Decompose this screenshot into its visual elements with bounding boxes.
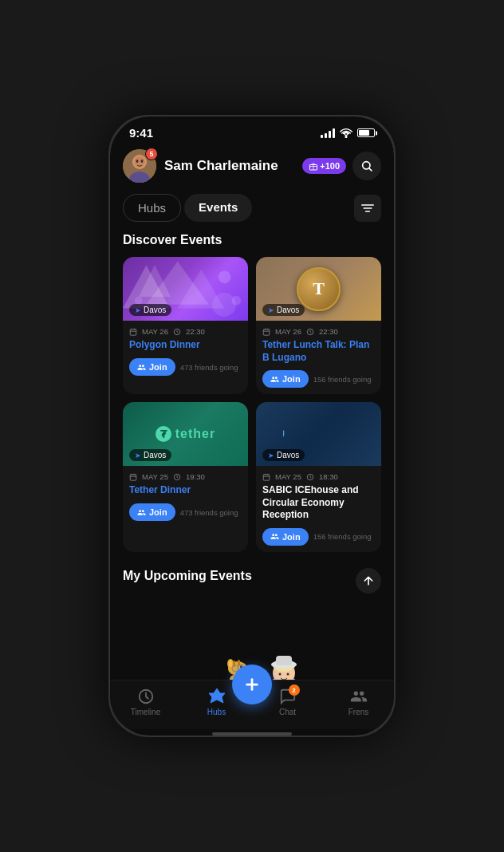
nav-icon-hubs: [207, 687, 226, 706]
home-indicator: [212, 732, 292, 736]
event-details-1: MAY 26 22:30 Polygon Dinner Join 473 fri…: [123, 321, 248, 382]
svg-rect-33: [263, 474, 270, 480]
friends-count-4: 156 friends going: [313, 532, 372, 541]
events-grid: ➤ Davos MAY 26 22:30 Polygon Dinner: [123, 257, 381, 552]
svg-point-3: [134, 156, 145, 168]
phone-frame: 9:41: [108, 115, 396, 737]
upcoming-events-header: My Upcoming Events: [123, 568, 381, 594]
status-time: 9:41: [129, 126, 153, 140]
svg-rect-22: [263, 329, 270, 335]
phone-screen: 9:41: [110, 116, 394, 736]
svg-rect-64: [276, 656, 292, 665]
upcoming-events-title: My Upcoming Events: [123, 569, 252, 583]
event-meta-3: MAY 25 19:30: [129, 472, 242, 481]
status-icons: [321, 128, 375, 138]
wifi-icon: [340, 128, 352, 138]
chat-badge: 2: [289, 684, 300, 696]
event-details-2: MAY 26 22:30 Tether Lunch Talk: Plan B L…: [256, 321, 381, 394]
signal-bars-icon: [321, 128, 335, 138]
tab-hubs[interactable]: Hubs: [123, 194, 181, 222]
event-title-3: Tether Dinner: [129, 484, 242, 497]
nav-item-timeline[interactable]: Timeline: [110, 687, 181, 716]
timeline-icon: [137, 688, 155, 705]
svg-point-61: [279, 673, 282, 675]
event-title-2: Tether Lunch Talk: Plan B Lugano: [262, 339, 375, 364]
event-title-1: Polygon Dinner: [129, 339, 242, 352]
location-arrow-icon-4: ➤: [268, 452, 274, 460]
avatar-container[interactable]: 5: [123, 149, 156, 183]
person-plus-icon-2: [270, 375, 279, 384]
event-card-polygon-dinner[interactable]: ➤ Davos MAY 26 22:30 Polygon Dinner: [123, 257, 248, 394]
notch: [204, 116, 300, 139]
friends-count-2: 156 friends going: [313, 375, 372, 384]
points-badge[interactable]: +100: [302, 158, 346, 174]
battery-icon: [357, 128, 375, 137]
event-image-sabic: سابك ➤ Davos: [256, 402, 381, 466]
location-tag-3: ➤ Davos: [129, 449, 171, 461]
person-plus-icon-1: [137, 363, 146, 372]
calendar-icon-2: [262, 328, 270, 336]
upcoming-events-section: My Upcoming Events: [123, 568, 381, 680]
event-details-3: MAY 25 19:30 Tether Dinner Join 473 frie…: [123, 466, 248, 527]
location-tag-4: ➤ Davos: [262, 449, 305, 461]
join-button-1[interactable]: Join: [129, 358, 175, 376]
fab-add-button[interactable]: [232, 665, 272, 704]
event-image-tether-coin: T ➤ Davos: [256, 257, 381, 321]
search-icon: [360, 160, 373, 172]
event-title-4: SABIC ICEhouse and Circular Economy Rece…: [262, 484, 375, 522]
search-button[interactable]: [352, 152, 381, 180]
nav-item-frens[interactable]: Frens: [323, 687, 394, 716]
plus-icon: [243, 676, 261, 693]
svg-point-5: [141, 160, 144, 163]
friends-count-1: 473 friends going: [180, 363, 238, 372]
frens-icon: [350, 688, 368, 705]
event-footer-2: Join 156 friends going: [262, 370, 375, 388]
bottom-nav: Timeline Hubs 2 Chat: [110, 680, 394, 729]
svg-rect-27: [130, 474, 136, 480]
notification-badge: 5: [145, 148, 158, 160]
event-card-tether-lunch[interactable]: T ➤ Davos MAY 26 22:30: [256, 257, 381, 394]
tab-events[interactable]: Events: [184, 194, 252, 222]
event-card-tether-dinner[interactable]: ₮ tether ➤ Davos MAY 25: [123, 402, 248, 552]
nav-label-hubs: Hubs: [207, 708, 226, 716]
join-button-4[interactable]: Join: [262, 528, 309, 546]
filter-button[interactable]: [354, 195, 381, 222]
event-footer-4: Join 156 friends going: [262, 528, 375, 546]
svg-point-62: [287, 673, 289, 675]
nav-label-chat: Chat: [279, 708, 296, 716]
clock-icon-3: [173, 473, 181, 481]
location-arrow-icon-1: ➤: [135, 306, 141, 314]
svg-point-16: [231, 296, 241, 306]
points-value: +100: [320, 161, 340, 171]
svg-point-51: [229, 661, 232, 667]
calendar-icon-3: [129, 473, 137, 481]
nav-label-frens: Frens: [348, 708, 369, 716]
location-arrow-icon-3: ➤: [135, 452, 141, 460]
nav-label-timeline: Timeline: [131, 708, 160, 716]
tether-coin-decoration: T: [297, 267, 341, 311]
share-button[interactable]: [356, 568, 381, 594]
calendar-icon-1: [129, 328, 137, 336]
join-button-3[interactable]: Join: [129, 503, 175, 521]
location-arrow-icon-2: ➤: [268, 306, 274, 314]
event-meta-4: MAY 25 18:30: [262, 472, 375, 481]
svg-point-4: [136, 160, 139, 163]
header-user-name: Sam Charlemaine: [164, 158, 302, 174]
event-footer-3: Join 473 friends going: [129, 503, 242, 521]
nav-icon-frens: [349, 687, 368, 706]
clock-icon-1: [173, 328, 181, 336]
clock-icon-2: [306, 328, 314, 336]
person-plus-icon-3: [137, 508, 146, 517]
event-image-polygon: ➤ Davos: [123, 257, 248, 321]
svg-point-14: [219, 270, 231, 283]
location-tag-1: ➤ Davos: [129, 304, 171, 316]
event-footer-1: Join 473 friends going: [129, 358, 242, 376]
header-actions: +100: [302, 152, 381, 180]
friends-count-3: 473 friends going: [180, 508, 238, 517]
content: Discover Events: [110, 227, 394, 680]
calendar-icon-4: [262, 473, 270, 481]
upload-icon: [362, 574, 375, 587]
svg-text:سابك: سابك: [283, 422, 286, 442]
join-button-2[interactable]: Join: [262, 370, 309, 388]
event-card-sabic[interactable]: سابك ➤ Davos MAY 25: [256, 402, 381, 552]
